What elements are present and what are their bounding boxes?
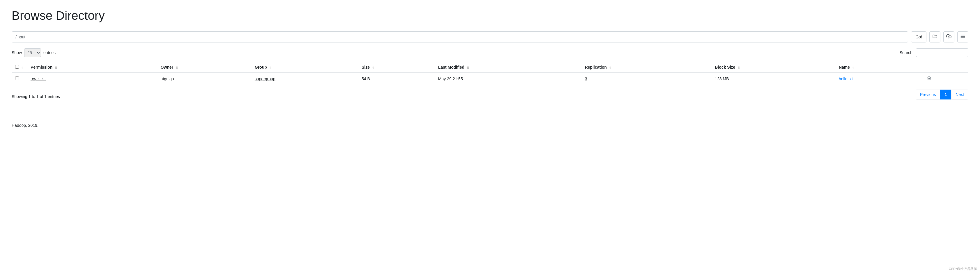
row-owner: atguigu xyxy=(157,73,251,85)
row-checkbox-cell xyxy=(12,73,27,85)
go-button[interactable]: Go! xyxy=(911,32,926,43)
row-last-modified: May 29 21:55 xyxy=(435,73,581,85)
col-header-actions xyxy=(923,62,968,73)
folder-icon xyxy=(932,34,937,40)
replication-link[interactable]: 3 xyxy=(585,76,587,81)
col-header-block-size[interactable]: Block Size ⇅ xyxy=(711,62,835,73)
path-input[interactable] xyxy=(12,32,908,43)
showing-text: Showing 1 to 1 of 1 entries xyxy=(12,94,60,99)
search-input[interactable] xyxy=(916,48,968,57)
sort-arrows-permission: ⇅ xyxy=(55,66,57,69)
col-header-name[interactable]: Name ⇅ xyxy=(835,62,923,73)
col-header-permission[interactable]: Permission ⇅ xyxy=(27,62,157,73)
row-permission: -rw-r--r-- xyxy=(27,73,157,85)
permission-link[interactable]: -rw-r--r-- xyxy=(30,76,46,81)
row-name: hello.txt xyxy=(835,73,923,85)
table-header-row: ⇅ Permission ⇅ Owner ⇅ Group ⇅ Size ⇅ La… xyxy=(12,62,968,73)
footer-text: Hadoop, 2019. xyxy=(12,123,968,128)
list-icon xyxy=(960,34,966,40)
upload-icon-button[interactable] xyxy=(943,32,955,43)
row-replication: 3 xyxy=(581,73,711,85)
row-size: 54 B xyxy=(358,73,435,85)
folder-icon-button[interactable] xyxy=(929,32,940,43)
select-all-checkbox[interactable] xyxy=(15,65,19,69)
file-name-link[interactable]: hello.txt xyxy=(839,76,853,81)
controls-row: Show 10 25 50 100 entries Search: xyxy=(12,48,968,57)
pagination: Previous 1 Next xyxy=(916,90,968,100)
sort-arrows-size: ⇅ xyxy=(372,66,374,69)
sort-arrows-block-size: ⇅ xyxy=(738,66,740,69)
row-block-size: 128 MB xyxy=(711,73,835,85)
col-header-group[interactable]: Group ⇅ xyxy=(251,62,358,73)
col-header-last-modified[interactable]: Last Modified ⇅ xyxy=(435,62,581,73)
sort-arrows-group: ⇅ xyxy=(269,66,272,69)
entries-label: entries xyxy=(43,50,56,55)
files-table: ⇅ Permission ⇅ Owner ⇅ Group ⇅ Size ⇅ La… xyxy=(12,62,968,85)
select-all-col: ⇅ xyxy=(12,62,27,73)
col-sort-arrows-select: ⇅ xyxy=(21,66,24,69)
entries-select[interactable]: 10 25 50 100 xyxy=(24,48,41,57)
group-link[interactable]: supergroup xyxy=(255,76,275,81)
previous-button[interactable]: Previous xyxy=(916,90,940,100)
page-1-button[interactable]: 1 xyxy=(940,90,951,100)
list-icon-button[interactable] xyxy=(957,32,968,43)
page-title: Browse Directory xyxy=(12,9,968,23)
col-header-size[interactable]: Size ⇅ xyxy=(358,62,435,73)
upload-icon xyxy=(946,34,951,40)
table-footer: Showing 1 to 1 of 1 entries Previous 1 N… xyxy=(12,90,968,108)
row-checkbox[interactable] xyxy=(15,76,19,80)
table-row: -rw-r--r-- atguigu supergroup 54 B May 2… xyxy=(12,73,968,85)
path-bar: Go! xyxy=(12,32,968,43)
sort-arrows-replication: ⇅ xyxy=(609,66,611,69)
sort-arrows-name: ⇅ xyxy=(852,66,854,69)
show-entries: Show 10 25 50 100 entries xyxy=(12,48,56,57)
next-button[interactable]: Next xyxy=(951,90,968,100)
search-bar: Search: xyxy=(900,48,968,57)
col-header-owner[interactable]: Owner ⇅ xyxy=(157,62,251,73)
show-label: Show xyxy=(12,50,22,55)
delete-icon[interactable] xyxy=(927,76,931,81)
row-group: supergroup xyxy=(251,73,358,85)
col-header-replication[interactable]: Replication ⇅ xyxy=(581,62,711,73)
search-label: Search: xyxy=(900,50,914,55)
row-delete-cell xyxy=(923,73,968,85)
sort-arrows-last-modified: ⇅ xyxy=(467,66,469,69)
sort-arrows-owner: ⇅ xyxy=(175,66,178,69)
